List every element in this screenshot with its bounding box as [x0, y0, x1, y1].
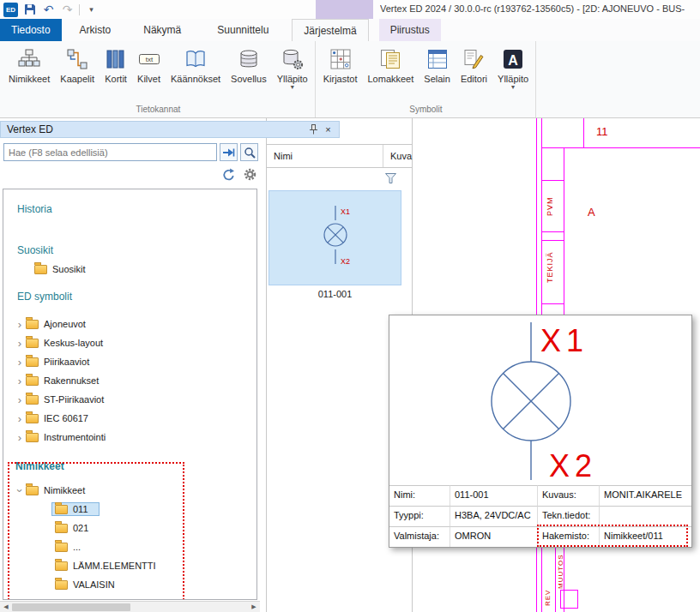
tree-item-label[interactable]: 011 — [73, 504, 88, 514]
window-title: Vertex ED 2024 / 30.0.0-rc (r193762-1356… — [380, 3, 700, 14]
app-logo-icon[interactable]: ED — [3, 3, 18, 17]
tree-item-ellipsis[interactable]: ... — [3, 537, 256, 556]
search-icon[interactable] — [240, 143, 258, 161]
ribbon-button-yllapito-db[interactable]: Ylläpito ▾ — [272, 44, 313, 92]
column-header-nimi[interactable]: Nimi — [267, 145, 383, 167]
ribbon-button-kaannokset[interactable]: Käännökset — [166, 44, 226, 86]
folder-icon — [26, 433, 39, 442]
drawing-frame-line — [541, 147, 700, 148]
cards-icon — [105, 47, 127, 71]
tree-item-label[interactable]: IEC 60617 — [44, 413, 88, 423]
undo-icon[interactable]: ↶ — [41, 3, 56, 17]
tree-item-label[interactable]: ST-Piirikaaviot — [44, 394, 104, 405]
folder-icon — [55, 580, 68, 590]
tree-link-suosikit[interactable]: Suosikit — [3, 241, 256, 260]
column-header-kuva[interactable]: Kuva — [383, 151, 412, 161]
chevron-right-icon[interactable]: › — [14, 431, 26, 444]
tree-item-021[interactable]: 021 — [3, 519, 256, 537]
folder-icon — [34, 265, 47, 274]
tree-item-nimikkeet-root[interactable]: › Nimikkeet — [3, 481, 256, 500]
scrollbar-thumb[interactable] — [12, 603, 130, 611]
tree-item-label[interactable]: 021 — [73, 523, 88, 533]
ribbon-button-yllapito-symbolit[interactable]: A Ylläpito ▾ — [492, 44, 534, 92]
horizontal-scrollbar[interactable]: ◀ ▶ — [0, 601, 260, 612]
folder-icon — [55, 543, 68, 552]
tree-item-label[interactable]: Ajoneuvot — [44, 319, 86, 329]
ribbon-button-kirjastot[interactable]: Kirjastot — [318, 44, 363, 86]
tree-item-st-piirikaaviot[interactable]: › ST-Piirikaaviot — [3, 390, 256, 409]
ribbon-button-nimikkeet[interactable]: Nimikkeet — [3, 44, 55, 86]
tree-item-lamm-elementti[interactable]: LÄMM.ELEMENTTI — [3, 556, 256, 575]
ribbon-button-selain[interactable]: Selain — [419, 44, 456, 86]
close-icon[interactable]: × — [321, 123, 335, 136]
symbol-properties-table: Nimi: 011-001 Kuvaus: MONIT.AIKARELE Tyy… — [389, 485, 691, 547]
scroll-left-icon[interactable]: ◀ — [0, 602, 12, 612]
chevron-right-icon[interactable]: › — [14, 337, 26, 350]
ribbon-button-kaapelit[interactable]: Kaapelit — [55, 44, 100, 86]
chevron-right-icon[interactable]: › — [14, 412, 26, 425]
tree-link-nimikkeet[interactable]: Nimikkeet — [3, 457, 256, 476]
tree-item-label[interactable]: Suosikit — [52, 264, 86, 274]
search-go-button[interactable] — [220, 143, 238, 161]
gear-icon[interactable] — [241, 165, 258, 183]
symbol-list-item[interactable]: X1 X2 — [269, 190, 401, 285]
tab-arkisto[interactable]: Arkisto — [69, 19, 123, 41]
property-value: Nimikkeet/011 — [599, 526, 691, 547]
tree-item-011-selected[interactable]: 011 — [3, 500, 256, 519]
redo-icon[interactable]: ↷ — [60, 3, 75, 17]
tab-tiedosto[interactable]: Tiedosto — [0, 19, 62, 41]
tree-link-historia[interactable]: Historia — [3, 200, 256, 219]
save-icon[interactable] — [22, 3, 37, 17]
tree-item-valaisin[interactable]: VALAISIN — [3, 575, 256, 594]
tree-item-rakennukset[interactable]: › Rakennukset — [3, 371, 256, 390]
qat-customize-icon[interactable]: ▾ — [84, 3, 99, 17]
chevron-expanded-icon[interactable]: › — [14, 484, 27, 496]
tree-link-label[interactable]: Nimikkeet — [15, 460, 64, 472]
folder-icon — [26, 486, 39, 495]
pin-icon[interactable] — [306, 123, 321, 136]
tree-item-ajoneuvot[interactable]: › Ajoneuvot — [3, 315, 256, 333]
chevron-right-icon[interactable]: › — [14, 318, 26, 331]
tree-link-label[interactable]: Suosikit — [17, 244, 53, 256]
chevron-right-icon[interactable]: › — [14, 393, 26, 406]
filter-icon[interactable] — [385, 171, 396, 187]
symbol-admin-icon: A — [502, 47, 524, 71]
tree-link-ed-symbolit[interactable]: ED symbolit — [3, 287, 256, 306]
tree-link-label[interactable]: Historia — [17, 203, 52, 215]
terminal-label-bottom: X2 — [549, 448, 597, 483]
ribbon-group-tietokannat: Nimikkeet Kaapelit Kortit txt — [3, 41, 316, 117]
qat-separator — [79, 4, 80, 15]
tree-link-label[interactable]: ED symbolit — [17, 291, 72, 303]
dock-title-bar: Vertex ED × — [0, 121, 340, 138]
scroll-right-icon[interactable]: ▶ — [248, 602, 260, 612]
selected-item-highlight[interactable]: 011 — [51, 502, 100, 516]
folder-icon — [26, 376, 39, 386]
refresh-icon[interactable] — [220, 165, 237, 183]
tree-item-instrumentointi[interactable]: › Instrumentointi — [3, 428, 256, 447]
tree-item-label[interactable]: Instrumentointi — [44, 432, 106, 442]
chevron-right-icon[interactable]: › — [14, 356, 26, 369]
tree-item-label[interactable]: LÄMM.ELEMENTTI — [73, 561, 156, 571]
ribbon-button-kilvet[interactable]: txt Kilvet — [132, 44, 166, 86]
ribbon-button-sovellus[interactable]: Sovellus — [226, 44, 272, 86]
tab-jarjestelma[interactable]: Järjestelmä — [292, 19, 368, 41]
ribbon-button-editori[interactable]: Editori — [456, 44, 492, 86]
items-icon — [18, 47, 40, 71]
tree-item-iec-60617[interactable]: › IEC 60617 — [3, 409, 256, 428]
tab-nakyma[interactable]: Näkymä — [132, 19, 192, 41]
tab-suunnittelu[interactable]: Suunnittelu — [206, 19, 280, 41]
tree-item-label[interactable]: ... — [73, 542, 81, 552]
ribbon-button-lomakkeet[interactable]: Lomakkeet — [362, 44, 419, 86]
chevron-right-icon[interactable]: › — [14, 375, 26, 387]
tree-item-label[interactable]: Nimikkeet — [44, 485, 85, 495]
tree-item-keskus-layout[interactable]: › Keskus-layout — [3, 333, 256, 352]
tree-item-label[interactable]: VALAISIN — [73, 579, 115, 590]
tree-item-label[interactable]: Rakennukset — [44, 375, 99, 386]
ribbon-button-kortit[interactable]: Kortit — [100, 44, 132, 86]
tree-item-label[interactable]: Piirikaaviot — [44, 357, 89, 367]
tree-item-suosikit-folder[interactable]: Suosikit — [3, 260, 256, 279]
tab-piirustus[interactable]: Piirustus — [379, 19, 441, 41]
tree-item-label[interactable]: Keskus-layout — [44, 338, 103, 348]
search-input[interactable] — [3, 143, 217, 161]
tree-item-piirikaaviot[interactable]: › Piirikaaviot — [3, 352, 256, 371]
